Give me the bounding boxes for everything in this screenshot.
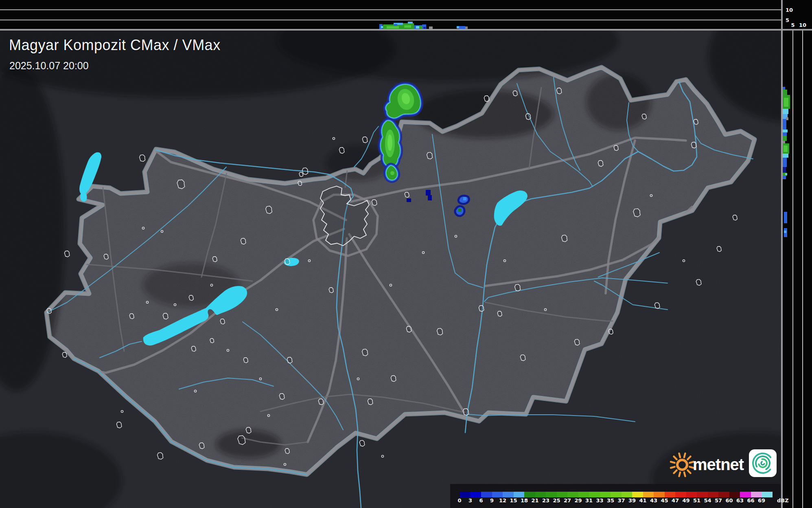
legend-swatch: [697, 492, 708, 497]
legend-unit: dBZ: [777, 497, 789, 504]
legend-swatch: [600, 492, 611, 497]
legend-swatch: [514, 492, 525, 497]
legend-swatch: [762, 492, 773, 497]
legend-swatch: [546, 492, 557, 497]
legend-swatch: [675, 492, 686, 497]
legend-swatch: [460, 492, 471, 497]
legend-tick-label: 27: [564, 497, 571, 504]
map-area: [0, 0, 812, 508]
legend-swatch: [665, 492, 676, 497]
right-axis-10km-label: 10: [799, 22, 806, 28]
legend-tick-label: 37: [617, 497, 625, 504]
legend-tick-label: 63: [736, 497, 744, 504]
legend-tick-label: 6: [479, 497, 483, 504]
right-axis-5km-label: 5: [791, 22, 794, 28]
top-projection-panel: [0, 0, 782, 29]
legend-swatch: [654, 492, 665, 497]
legend-swatch: [578, 492, 589, 497]
legend-tick-label: 18: [521, 497, 528, 504]
legend-tick-label: 25: [553, 497, 560, 504]
legend-swatch: [611, 492, 622, 497]
legend-tick-label: 41: [639, 497, 646, 504]
logo-text: metnet: [693, 455, 744, 474]
legend-tick-label: 15: [510, 497, 517, 504]
legend-swatch: [708, 492, 719, 497]
sun-icon: [671, 453, 694, 476]
legend-swatch: [557, 492, 568, 497]
page-title: Magyar Kompozit CMax / VMax: [9, 37, 221, 54]
legend-swatch: [643, 492, 654, 497]
legend-swatch: [567, 492, 578, 497]
legend-tick-label: 0: [457, 497, 461, 504]
legend-tick-label: 47: [672, 497, 679, 504]
legend-tick-label: 66: [747, 497, 754, 504]
legend-swatch: [524, 492, 535, 497]
legend-swatch: [686, 492, 697, 497]
metnet-app-icon: [749, 449, 777, 477]
map-canvas: 10 5 5 10: [0, 0, 812, 508]
legend-swatch: [503, 492, 514, 497]
legend-swatches: [460, 492, 773, 497]
legend-tick-label: 21: [531, 497, 538, 504]
corner-axis-box: 10 5 5 10: [783, 0, 812, 29]
legend-swatch: [622, 492, 633, 497]
legend-tick-label: 3: [468, 497, 472, 504]
metnet-logo: metnet: [666, 448, 780, 482]
legend-swatch: [729, 492, 740, 497]
legend-tick-label: 9: [490, 497, 494, 504]
legend-swatch: [481, 492, 492, 497]
legend-swatch: [740, 492, 751, 497]
legend-tick-label: 35: [607, 497, 614, 504]
legend-tick-label: 23: [542, 497, 549, 504]
legend-swatch: [471, 492, 482, 497]
right-projection-panel: [783, 29, 812, 508]
legend-tick-label: 45: [661, 497, 668, 504]
legend-tick-label: 43: [650, 497, 657, 504]
legend-tick-label: 49: [682, 497, 689, 504]
radar-app: 10 5 5 10 Magyar Kompozit CMax / VMax 20…: [0, 0, 812, 508]
top-axis-10km-label: 10: [786, 7, 793, 13]
legend-tick-label: 51: [693, 497, 700, 504]
legend-tick-label: 54: [704, 497, 711, 504]
corner-bg: [783, 0, 812, 29]
timestamp: 2025.10.07 20:00: [9, 60, 89, 72]
legend-swatch: [718, 492, 729, 497]
legend-swatch: [535, 492, 546, 497]
legend-tick-label: 39: [628, 497, 636, 504]
legend-tick-label: 60: [725, 497, 733, 504]
legend-tick-label: 33: [596, 497, 603, 504]
legend-swatch: [751, 492, 762, 497]
legend-swatch: [632, 492, 643, 497]
dbz-legend: 0369121518212325272931333537394143454749…: [450, 484, 781, 508]
top-axis-5km-label: 5: [786, 17, 789, 23]
legend-swatch: [492, 492, 503, 497]
legend-tick-label: 29: [574, 497, 582, 504]
legend-swatch: [589, 492, 600, 497]
legend-tick-label: 31: [585, 497, 593, 504]
legend-tick-label: 69: [758, 497, 765, 504]
legend-tick-label: 12: [499, 497, 506, 504]
legend-tick-label: 57: [715, 497, 722, 504]
